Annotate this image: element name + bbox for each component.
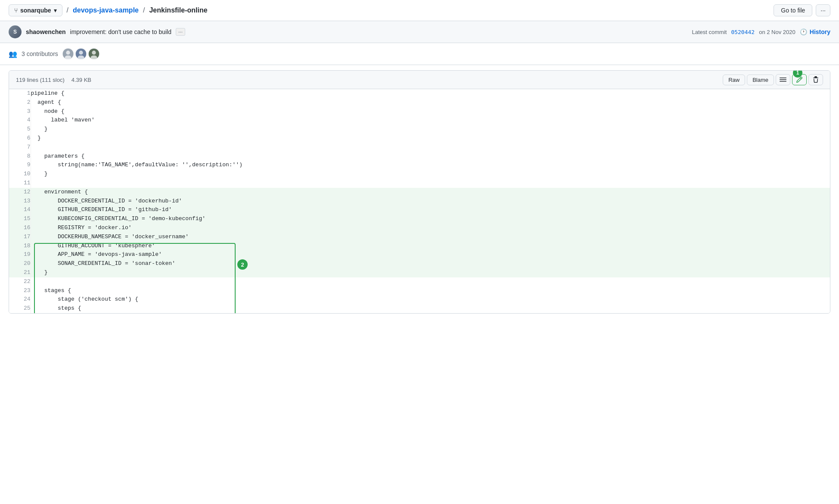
- people-icon: 👥: [9, 50, 17, 58]
- file-content-wrapper: 2 1pipeline {2 agent {3 node {4 label 'm…: [9, 89, 830, 313]
- code-area: 1pipeline {2 agent {3 node {4 label 'mav…: [9, 89, 830, 313]
- org-name: sonarqube: [20, 7, 51, 14]
- line-code: label 'maven': [31, 116, 830, 125]
- svg-point-2: [65, 56, 71, 59]
- line-code: }: [31, 268, 830, 277]
- line-number: 24: [9, 295, 31, 304]
- line-number: 11: [9, 179, 31, 188]
- svg-point-5: [78, 56, 84, 59]
- commit-date: on 2 Nov 2020: [759, 29, 795, 35]
- latest-commit-prefix: Latest commit: [692, 29, 727, 35]
- badge-2: 2: [237, 259, 248, 270]
- table-row: 14 GITHUB_CREDENTIAL_ID = 'github-id': [9, 205, 830, 215]
- line-number: 19: [9, 250, 31, 259]
- line-number: 22: [9, 277, 31, 286]
- contributors-count: 3 contributors: [22, 50, 58, 57]
- line-code: [31, 143, 830, 152]
- line-code: APP_NAME = 'devops-java-sample': [31, 250, 830, 259]
- size-info: 4.39 KB: [71, 77, 91, 83]
- table-row: 15 KUBECONFIG_CREDENTIAL_ID = 'demo-kube…: [9, 215, 830, 224]
- chevron-down-icon: ▾: [54, 7, 57, 14]
- line-code: DOCKERHUB_NAMESPACE = 'docker_username': [31, 233, 830, 242]
- line-code: }: [31, 170, 830, 179]
- line-number: 7: [9, 143, 31, 152]
- table-row: 4 label 'maven': [9, 116, 830, 125]
- fork-icon: ⑂: [14, 7, 18, 14]
- line-code: SONAR_CREDENTIAL_ID = 'sonar-token': [31, 259, 830, 268]
- table-row: 19 APP_NAME = 'devops-java-sample': [9, 250, 830, 259]
- top-nav: ⑂ sonarqube ▾ / devops-java-sample / Jen…: [0, 0, 839, 21]
- line-code: [31, 277, 830, 286]
- history-label: History: [810, 28, 830, 35]
- commit-message: improvement: don't use cache to build: [70, 28, 171, 35]
- contributor-avatar-3[interactable]: [88, 48, 99, 59]
- table-row: 18 GITHUB_ACCOUNT = 'kubesphere': [9, 242, 830, 251]
- top-nav-right: Go to file ···: [774, 4, 830, 16]
- line-number: 21: [9, 268, 31, 277]
- line-code: REGISTRY = 'docker.io': [31, 224, 830, 233]
- line-number: 16: [9, 224, 31, 233]
- line-code: steps {: [31, 304, 830, 313]
- breadcrumb-separator2: /: [143, 6, 145, 14]
- line-number: 5: [9, 125, 31, 134]
- svg-point-7: [92, 51, 96, 55]
- history-button[interactable]: 🕐 History: [800, 28, 830, 35]
- contributors-bar: 👥 3 contributors: [0, 43, 839, 65]
- page-wrapper: ⑂ sonarqube ▾ / devops-java-sample / Jen…: [0, 0, 839, 504]
- goto-file-button[interactable]: Go to file: [774, 4, 812, 16]
- line-number: 9: [9, 161, 31, 170]
- table-row: 6 }: [9, 134, 830, 143]
- line-number: 23: [9, 286, 31, 296]
- line-code: node {: [31, 107, 830, 116]
- repo-name-link[interactable]: devops-java-sample: [73, 6, 139, 14]
- line-number: 15: [9, 215, 31, 224]
- more-options-button[interactable]: ···: [816, 4, 830, 16]
- line-code: pipeline {: [31, 89, 830, 98]
- top-nav-left: ⑂ sonarqube ▾ / devops-java-sample / Jen…: [9, 4, 208, 16]
- line-code: [31, 179, 830, 188]
- table-row: 10 }: [9, 170, 830, 179]
- line-code: }: [31, 134, 830, 143]
- display-options-button[interactable]: [776, 74, 790, 85]
- file-name: Jenkinsfile-online: [149, 6, 207, 14]
- lines-info: 119 lines (111 sloc): [16, 77, 65, 83]
- line-number: 12: [9, 188, 31, 197]
- line-number: 1: [9, 89, 31, 98]
- commit-right: Latest commit 0520442 on 2 Nov 2020 🕐 Hi…: [692, 28, 830, 35]
- line-number: 8: [9, 152, 31, 161]
- line-number: 4: [9, 116, 31, 125]
- author-avatar: S: [9, 25, 22, 38]
- contributor-avatar-2[interactable]: [75, 48, 87, 59]
- line-number: 13: [9, 197, 31, 206]
- commit-author[interactable]: shaowenchen: [26, 28, 66, 35]
- table-row: 12 environment {: [9, 188, 830, 197]
- blame-button[interactable]: Blame: [747, 75, 774, 85]
- line-number: 25: [9, 304, 31, 313]
- delete-button[interactable]: [808, 74, 823, 85]
- line-code: parameters {: [31, 152, 830, 161]
- table-row: 17 DOCKERHUB_NAMESPACE = 'docker_usernam…: [9, 233, 830, 242]
- history-icon: 🕐: [800, 28, 807, 35]
- table-row: 20 SONAR_CREDENTIAL_ID = 'sonar-token': [9, 259, 830, 268]
- table-row: 1pipeline {: [9, 89, 830, 98]
- commit-ellipsis[interactable]: ···: [176, 28, 185, 36]
- table-row: 22: [9, 277, 830, 286]
- commit-bar: S shaowenchen improvement: don't use cac…: [0, 21, 839, 43]
- org-button[interactable]: ⑂ sonarqube ▾: [9, 4, 62, 16]
- line-number: 17: [9, 233, 31, 242]
- line-number: 14: [9, 205, 31, 215]
- line-code: stages {: [31, 286, 830, 296]
- line-code: GITHUB_CREDENTIAL_ID = 'github-id': [31, 205, 830, 215]
- line-number: 6: [9, 134, 31, 143]
- svg-point-4: [79, 51, 83, 55]
- table-row: 9 string(name:'TAG_NAME',defaultValue: '…: [9, 161, 830, 170]
- raw-button[interactable]: Raw: [723, 75, 745, 85]
- table-row: 13 DOCKER_CREDENTIAL_ID = 'dockerhub-id': [9, 197, 830, 206]
- line-code: agent {: [31, 98, 830, 107]
- commit-hash[interactable]: 0520442: [731, 29, 755, 35]
- file-actions: 1 Raw Blame: [723, 74, 823, 85]
- file-meta: 119 lines (111 sloc) 4.39 KB: [16, 77, 91, 83]
- line-code: KUBECONFIG_CREDENTIAL_ID = 'demo-kubecon…: [31, 215, 830, 224]
- line-number: 10: [9, 170, 31, 179]
- contributor-avatar-1[interactable]: [62, 48, 74, 59]
